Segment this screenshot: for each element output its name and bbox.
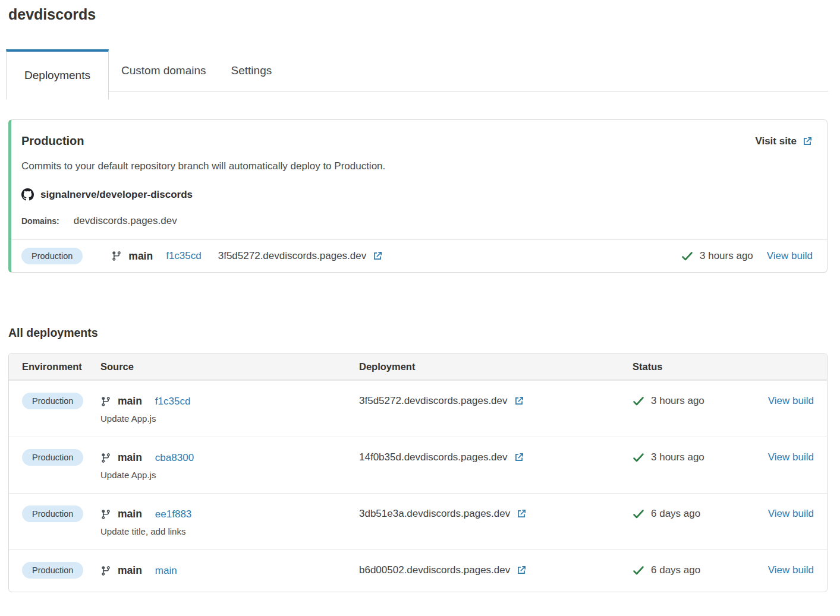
status-group: 3 hours ago View build	[681, 250, 813, 262]
table-row: Production main main b6d00502.devdiscord…	[9, 549, 827, 592]
commit-message: Update App.js	[100, 470, 359, 480]
view-build-link[interactable]: View build	[767, 250, 813, 262]
tab-settings[interactable]: Settings	[219, 49, 285, 91]
git-branch-icon	[100, 453, 111, 463]
page-title: devdiscords	[8, 6, 840, 23]
production-card-description: Commits to your default repository branc…	[21, 160, 813, 172]
check-icon	[633, 453, 644, 462]
commit-message: Update title, add links	[100, 526, 359, 536]
status-time: 6 days ago	[651, 564, 700, 576]
status-cell: 6 days ago	[633, 508, 762, 520]
repo-link[interactable]: signalnerve/developer-discords	[21, 188, 813, 201]
source-cell: main f1c35cd Update App.js	[100, 395, 359, 424]
branch-name: main	[118, 451, 142, 464]
deployment-url-link[interactable]: 3f5d5272.devdiscords.pages.dev	[359, 395, 633, 407]
production-card-title: Production	[21, 134, 84, 148]
git-branch-icon	[100, 509, 111, 520]
table-row: Production main cba8300 Update App.js 14…	[9, 437, 827, 493]
tab-deployments[interactable]: Deployments	[6, 49, 109, 99]
external-link-icon	[516, 565, 527, 576]
deployment-url-link[interactable]: 3db51e3a.devdiscords.pages.dev	[359, 508, 633, 520]
all-deployments-title: All deployments	[8, 326, 840, 340]
visit-site-label: Visit site	[755, 135, 797, 147]
production-deployment-row: Production main f1c35cd 3f5d5272.devdisc…	[11, 239, 827, 272]
external-link-icon	[514, 452, 524, 463]
branch-group: main	[111, 250, 153, 263]
deployment-url: 3db51e3a.devdiscords.pages.dev	[359, 508, 510, 520]
status-time: 3 hours ago	[651, 451, 704, 463]
check-icon	[681, 251, 693, 261]
deployment-url: 3f5d5272.devdiscords.pages.dev	[359, 395, 508, 407]
repo-name: signalnerve/developer-discords	[40, 189, 193, 201]
domains-label: Domains:	[21, 216, 59, 226]
deployment-url: b6d00502.devdiscords.pages.dev	[359, 564, 510, 576]
status-cell: 3 hours ago	[633, 395, 762, 407]
column-header-source: Source	[100, 361, 359, 372]
branch-name: main	[128, 250, 153, 263]
external-link-icon	[802, 136, 813, 147]
commit-link[interactable]: ee1f883	[155, 508, 191, 520]
check-icon	[633, 566, 644, 575]
domain-value: devdiscords.pages.dev	[74, 215, 177, 227]
status-cell: 3 hours ago	[633, 451, 762, 463]
environment-badge: Production	[21, 248, 83, 264]
table-row: Production main ee1f883 Update title, ad…	[9, 493, 827, 549]
tab-bar: Deployments Custom domains Settings	[6, 49, 828, 91]
table-header: Environment Source Deployment Status	[9, 353, 827, 380]
domains-row: Domains: devdiscords.pages.dev	[21, 215, 813, 239]
source-cell: main cba8300 Update App.js	[100, 451, 359, 480]
external-link-icon	[516, 508, 527, 519]
environment-badge: Production	[22, 562, 83, 579]
check-icon	[633, 509, 644, 519]
view-build-link[interactable]: View build	[768, 508, 814, 520]
column-header-environment: Environment	[22, 361, 100, 372]
view-build-link[interactable]: View build	[768, 395, 814, 407]
visit-site-link[interactable]: Visit site	[755, 135, 813, 147]
branch-name: main	[118, 564, 142, 577]
commit-link[interactable]: cba8300	[155, 452, 194, 464]
deployment-url: 14f0b35d.devdiscords.pages.dev	[359, 451, 508, 463]
deployments-table: Environment Source Deployment Status Pro…	[8, 353, 828, 592]
deployment-url-link[interactable]: 14f0b35d.devdiscords.pages.dev	[359, 451, 633, 463]
deployment-url-link[interactable]: 3f5d5272.devdiscords.pages.dev	[218, 250, 383, 262]
status-time: 6 days ago	[651, 508, 700, 520]
environment-badge: Production	[22, 506, 83, 522]
column-header-status: Status	[633, 361, 762, 372]
status-time: 3 hours ago	[700, 250, 753, 262]
git-branch-icon	[100, 396, 111, 407]
view-build-link[interactable]: View build	[768, 451, 814, 463]
view-build-link[interactable]: View build	[768, 564, 814, 576]
branch-name: main	[118, 508, 142, 520]
commit-link[interactable]: f1c35cd	[166, 250, 202, 262]
table-row: Production main f1c35cd Update App.js 3f…	[9, 380, 827, 437]
commit-link[interactable]: main	[155, 565, 177, 577]
commit-link[interactable]: f1c35cd	[155, 396, 191, 407]
environment-badge: Production	[22, 393, 83, 409]
git-branch-icon	[111, 251, 122, 261]
check-icon	[633, 396, 644, 406]
github-icon	[21, 188, 34, 201]
source-cell: main main	[100, 564, 359, 577]
branch-name: main	[118, 395, 142, 407]
status-time: 3 hours ago	[651, 395, 704, 407]
tab-custom-domains[interactable]: Custom domains	[109, 49, 219, 91]
status-cell: 6 days ago	[633, 564, 762, 576]
deployment-url-link[interactable]: b6d00502.devdiscords.pages.dev	[359, 564, 633, 576]
environment-badge: Production	[22, 449, 83, 466]
deployment-url: 3f5d5272.devdiscords.pages.dev	[218, 250, 367, 262]
external-link-icon	[372, 251, 383, 261]
production-card: Production Visit site Commits to your de…	[8, 119, 828, 273]
column-header-deployment: Deployment	[359, 361, 633, 372]
external-link-icon	[514, 396, 524, 406]
source-cell: main ee1f883 Update title, add links	[100, 508, 359, 536]
commit-message: Update App.js	[100, 413, 359, 424]
git-branch-icon	[100, 566, 111, 576]
